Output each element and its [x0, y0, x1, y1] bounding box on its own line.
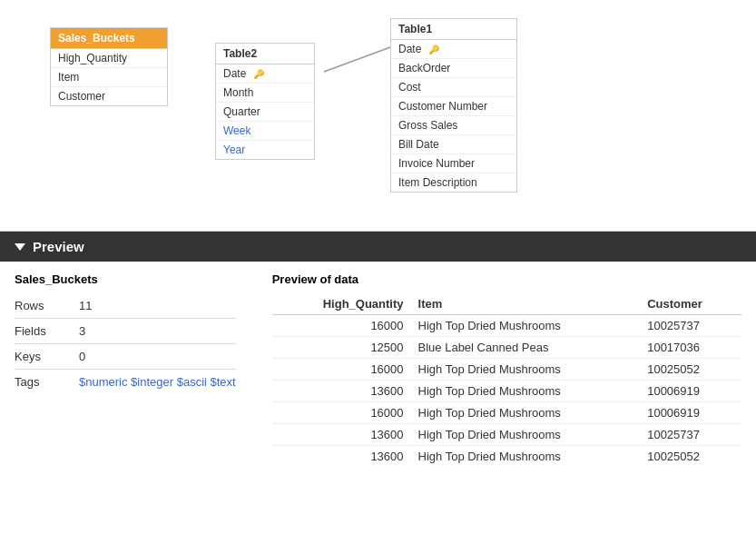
- key-icon-t2: 🔑: [253, 69, 264, 79]
- cell-high-quantity: 16000: [272, 359, 411, 381]
- table-row: 12500Blue Label Canned Peas10017036: [272, 337, 741, 359]
- field-quarter[interactable]: Quarter: [216, 103, 314, 122]
- field-week[interactable]: Week: [216, 122, 314, 141]
- cell-customer: 10006919: [640, 381, 741, 402]
- table-row: 16000High Top Dried Mushrooms10025737: [272, 315, 741, 337]
- cell-item: High Top Dried Mushrooms: [411, 424, 641, 446]
- tags-value: $numeric $integer $ascii $text: [79, 375, 236, 389]
- stats-title: Sales_Buckets: [15, 272, 236, 286]
- stats-row-rows: Rows 11: [15, 293, 236, 319]
- field-item[interactable]: Item: [51, 68, 167, 87]
- keys-value: 0: [79, 350, 85, 363]
- fields-label: Fields: [15, 324, 64, 338]
- col-high-quantity: High_Quantity: [272, 293, 411, 315]
- table-row: 13600High Top Dried Mushrooms10025052: [272, 446, 741, 468]
- field-year[interactable]: Year: [216, 141, 314, 159]
- cell-high-quantity: 16000: [272, 402, 411, 424]
- cell-item: High Top Dried Mushrooms: [411, 381, 641, 402]
- cell-customer: 10025737: [640, 315, 741, 337]
- table-sales-buckets[interactable]: Sales_Buckets High_Quantity Item Custome…: [50, 27, 168, 106]
- table-row: 13600High Top Dried Mushrooms10006919: [272, 381, 741, 402]
- diagram-area: Sales_Buckets High_Quantity Item Custome…: [0, 0, 756, 232]
- field-cost[interactable]: Cost: [391, 78, 516, 97]
- data-table: High_Quantity Item Customer 16000High To…: [272, 293, 741, 467]
- table-header-table1: Table1: [391, 19, 516, 40]
- stats-panel: Sales_Buckets Rows 11 Fields 3 Keys 0 Ta…: [15, 272, 236, 467]
- field-customer-number[interactable]: Customer Number: [391, 97, 516, 116]
- col-customer: Customer: [640, 293, 741, 315]
- table-table1[interactable]: Table1 Date 🔑 BackOrder Cost Customer Nu…: [390, 18, 517, 193]
- field-customer[interactable]: Customer: [51, 87, 167, 105]
- cell-high-quantity: 13600: [272, 446, 411, 468]
- cell-customer: 10025737: [640, 424, 741, 446]
- stats-row-tags: Tags $numeric $integer $ascii $text: [15, 370, 236, 394]
- preview-triangle-icon: [15, 243, 25, 251]
- cell-customer: 10006919: [640, 402, 741, 424]
- svg-line-0: [324, 47, 390, 72]
- field-invoice-number[interactable]: Invoice Number: [391, 154, 516, 173]
- cell-high-quantity: 13600: [272, 381, 411, 402]
- table-header-table2: Table2: [216, 44, 314, 64]
- cell-high-quantity: 12500: [272, 337, 411, 359]
- keys-label: Keys: [15, 350, 64, 363]
- cell-item: High Top Dried Mushrooms: [411, 446, 641, 468]
- field-high-quantity[interactable]: High_Quantity: [51, 49, 167, 68]
- table-header-row: High_Quantity Item Customer: [272, 293, 741, 315]
- rows-label: Rows: [15, 299, 64, 312]
- data-preview-title: Preview of data: [272, 272, 741, 286]
- rows-value: 11: [79, 299, 92, 312]
- cell-item: High Top Dried Mushrooms: [411, 315, 641, 337]
- table-row: 13600High Top Dried Mushrooms10025737: [272, 424, 741, 446]
- key-icon-t1: 🔑: [428, 45, 439, 54]
- field-date-t1[interactable]: Date 🔑: [391, 40, 516, 59]
- cell-customer: 10025052: [640, 446, 741, 468]
- cell-customer: 10017036: [640, 337, 741, 359]
- field-bill-date[interactable]: Bill Date: [391, 135, 516, 154]
- tags-label: Tags: [15, 375, 64, 389]
- field-item-description[interactable]: Item Description: [391, 173, 516, 192]
- preview-label: Preview: [33, 239, 84, 254]
- cell-item: Blue Label Canned Peas: [411, 337, 641, 359]
- stats-row-fields: Fields 3: [15, 319, 236, 344]
- preview-header: Preview: [0, 232, 756, 262]
- field-month[interactable]: Month: [216, 84, 314, 103]
- table-table2[interactable]: Table2 Date 🔑 Month Quarter Week Year: [215, 43, 315, 160]
- stats-row-keys: Keys 0: [15, 344, 236, 370]
- fields-value: 3: [79, 324, 85, 338]
- preview-content: Sales_Buckets Rows 11 Fields 3 Keys 0 Ta…: [0, 262, 756, 478]
- field-gross-sales[interactable]: Gross Sales: [391, 116, 516, 135]
- cell-high-quantity: 16000: [272, 315, 411, 337]
- field-backorder[interactable]: BackOrder: [391, 59, 516, 78]
- data-preview: Preview of data High_Quantity Item Custo…: [272, 272, 741, 467]
- table-row: 16000High Top Dried Mushrooms10025052: [272, 359, 741, 381]
- cell-high-quantity: 13600: [272, 424, 411, 446]
- table-header-sales-buckets: Sales_Buckets: [51, 28, 167, 49]
- col-item: Item: [411, 293, 641, 315]
- table-row: 16000High Top Dried Mushrooms10006919: [272, 402, 741, 424]
- cell-item: High Top Dried Mushrooms: [411, 402, 641, 424]
- cell-item: High Top Dried Mushrooms: [411, 359, 641, 381]
- field-date-t2[interactable]: Date 🔑: [216, 64, 314, 84]
- cell-customer: 10025052: [640, 359, 741, 381]
